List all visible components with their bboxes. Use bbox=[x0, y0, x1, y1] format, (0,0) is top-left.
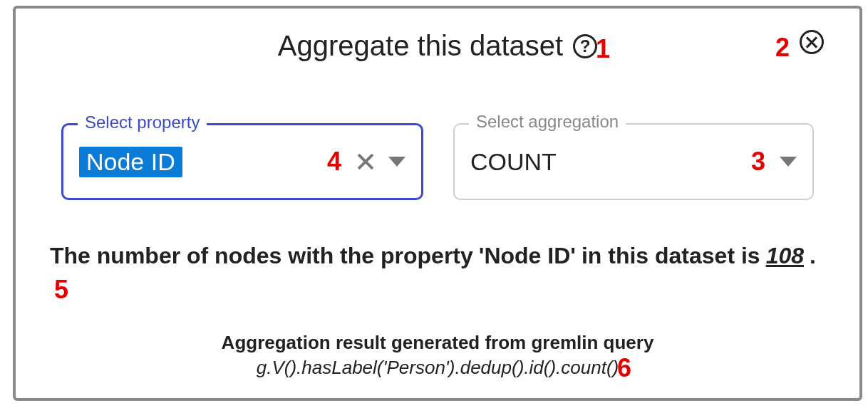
dialog-header: Aggregate this dataset ? 1 2 bbox=[47, 30, 828, 62]
result-prefix: The number of nodes with the property bbox=[50, 243, 473, 269]
dialog-title: Aggregate this dataset bbox=[278, 30, 563, 62]
select-aggregation-legend: Select aggregation bbox=[469, 112, 626, 132]
select-property-value: Node ID bbox=[79, 147, 182, 177]
annotation-2: 2 bbox=[775, 33, 790, 63]
result-suffix: . bbox=[810, 243, 816, 269]
query-block: Aggregation result generated from gremli… bbox=[47, 332, 828, 379]
clear-icon[interactable] bbox=[356, 152, 376, 172]
aggregate-dialog: Aggregate this dataset ? 1 2 Select prop… bbox=[13, 6, 862, 401]
annotation-1: 1 bbox=[596, 34, 610, 64]
annotation-4: 4 bbox=[327, 147, 341, 177]
select-property-field[interactable]: Select property Node ID 4 bbox=[61, 123, 423, 200]
select-aggregation-controls bbox=[780, 157, 797, 167]
chevron-down-icon[interactable] bbox=[388, 157, 405, 167]
fields-row: Select property Node ID 4 Select aggrega… bbox=[47, 123, 828, 200]
result-line: The number of nodes with the property 'N… bbox=[47, 243, 828, 305]
close-icon[interactable] bbox=[800, 30, 824, 54]
select-aggregation-field[interactable]: Select aggregation COUNT 3 bbox=[453, 123, 814, 200]
annotation-3: 3 bbox=[751, 147, 765, 177]
query-text: g.V().hasLabel('Person').dedup().id().co… bbox=[47, 357, 828, 379]
select-property-controls bbox=[356, 152, 405, 172]
annotation-5: 5 bbox=[54, 275, 68, 305]
annotation-6: 6 bbox=[617, 353, 631, 383]
select-aggregation-value: COUNT bbox=[470, 148, 557, 176]
query-caption: Aggregation result generated from gremli… bbox=[47, 332, 828, 354]
result-property: 'Node ID' bbox=[479, 243, 576, 269]
help-icon[interactable]: ? bbox=[573, 34, 597, 58]
dialog-title-row: Aggregate this dataset ? bbox=[278, 30, 597, 62]
select-property-legend: Select property bbox=[78, 113, 207, 132]
chevron-down-icon[interactable] bbox=[780, 157, 797, 167]
result-value: 108 bbox=[766, 243, 804, 269]
result-mid: in this dataset is bbox=[582, 243, 760, 269]
